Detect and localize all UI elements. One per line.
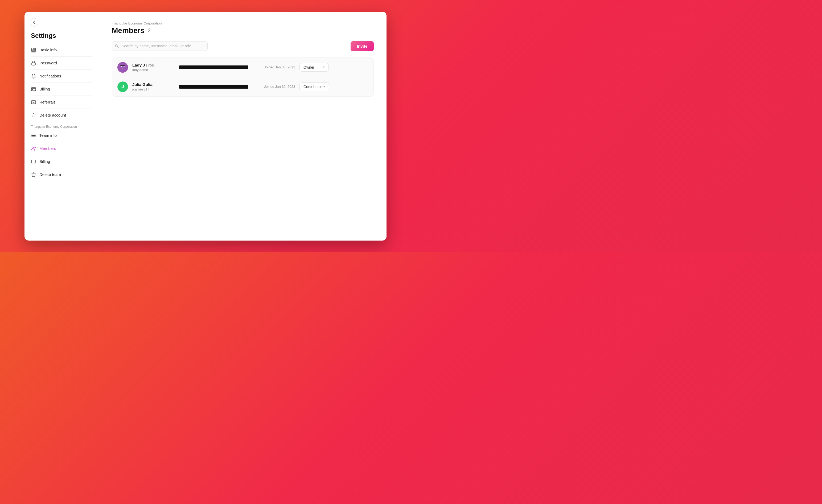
lock-icon	[31, 60, 36, 66]
svg-rect-6	[31, 87, 36, 91]
people-icon	[31, 146, 36, 151]
divider	[31, 82, 92, 83]
sidebar-item-org-billing[interactable]: Billing	[24, 156, 99, 167]
sidebar-label-delete-account: Delete account	[39, 113, 66, 117]
card-icon-org	[31, 159, 36, 164]
divider	[31, 56, 92, 57]
avatar	[117, 62, 128, 73]
member-role-button[interactable]: Contributor ▾	[300, 82, 329, 91]
svg-point-16	[123, 66, 124, 67]
search-icon	[115, 44, 119, 48]
member-role-label: Contributor	[304, 85, 322, 89]
chevron-down-icon: ▾	[323, 65, 325, 69]
member-info: Lady J (You) ladyjdemo	[132, 63, 175, 72]
sidebar: Settings Basic info	[24, 12, 99, 240]
sidebar-label-notifications: Notifications	[39, 74, 61, 78]
svg-point-17	[122, 68, 123, 68]
svg-point-10	[34, 147, 36, 148]
member-redacted-field	[179, 65, 248, 69]
trash-icon-org	[31, 172, 36, 177]
sidebar-item-notifications[interactable]: Notifications	[24, 71, 99, 81]
svg-rect-4	[31, 52, 36, 52]
sidebar-label-password: Password	[39, 61, 57, 65]
bars-icon	[31, 133, 36, 138]
back-button[interactable]	[30, 18, 38, 27]
sidebar-title: Settings	[24, 32, 99, 45]
member-name: Lady J (You)	[132, 63, 175, 67]
avatar: J	[117, 81, 128, 92]
sidebar-label-members: Members	[39, 146, 56, 151]
member-count: 2	[148, 27, 151, 34]
member-username: jcarnes317	[132, 87, 175, 91]
org-section-label: Triangular Economy Corporation	[24, 120, 99, 130]
svg-point-9	[32, 147, 34, 148]
member-joined: Joined Jan 30, 2023	[253, 85, 295, 89]
page-org-name: Triangular Economy Corporation	[112, 21, 374, 25]
member-info: Julia Gulia jcarnes317	[132, 82, 175, 91]
svg-point-15	[121, 66, 122, 67]
svg-rect-2	[34, 49, 36, 50]
card-icon	[31, 86, 36, 92]
member-joined: Joined Jan 30, 2023	[253, 65, 295, 69]
chevron-down-icon: ▾	[323, 85, 325, 88]
member-name: Julia Gulia	[132, 82, 175, 87]
sidebar-item-basic-info[interactable]: Basic info	[24, 45, 99, 55]
sidebar-label-org-billing: Billing	[39, 159, 50, 164]
you-tag: (You)	[146, 63, 155, 67]
page-header: Members 2	[112, 26, 374, 35]
divider	[31, 142, 92, 142]
svg-rect-3	[31, 50, 36, 51]
member-role-label: Owner	[304, 65, 314, 69]
svg-rect-8	[31, 101, 36, 104]
divider	[31, 155, 92, 155]
avatar-initial: J	[117, 81, 128, 92]
members-table: Lady J (You) ladyjdemo Joined Jan 30, 20…	[112, 57, 374, 97]
member-redacted-field	[179, 85, 248, 89]
divider	[31, 108, 92, 109]
svg-rect-5	[32, 63, 35, 65]
sidebar-label-team-info: Team info	[39, 133, 57, 137]
sidebar-item-password[interactable]: Password	[24, 58, 99, 68]
page-title: Members	[112, 26, 144, 35]
table-row: Lady J (You) ladyjdemo Joined Jan 30, 20…	[112, 58, 373, 77]
chevron-right-icon: ›	[91, 147, 92, 150]
sidebar-item-billing[interactable]: Billing	[24, 84, 99, 94]
mail-icon	[31, 99, 36, 105]
trash-icon	[31, 112, 36, 118]
avatar-image	[117, 62, 128, 73]
search-wrapper	[112, 41, 208, 51]
svg-rect-18	[120, 65, 125, 66]
main-content: Triangular Economy Corporation Members 2…	[99, 12, 387, 240]
svg-rect-11	[31, 160, 36, 163]
divider	[31, 69, 92, 70]
sidebar-item-members[interactable]: Members ›	[24, 143, 99, 154]
bell-icon	[31, 73, 36, 79]
divider	[31, 168, 92, 168]
member-username: ladyjdemo	[132, 68, 175, 72]
svg-rect-12	[32, 162, 33, 162]
svg-rect-0	[31, 48, 33, 50]
search-bar-container: Invite	[112, 41, 374, 51]
divider	[31, 95, 92, 96]
member-role-button[interactable]: Owner ▾	[300, 63, 329, 72]
svg-point-14	[117, 62, 128, 73]
sidebar-label-billing: Billing	[39, 87, 50, 91]
sidebar-label-basic-info: Basic info	[39, 48, 57, 52]
app-window: Settings Basic info	[24, 12, 387, 240]
sidebar-item-team-info[interactable]: Team info	[24, 130, 99, 141]
sidebar-item-delete-account[interactable]: Delete account	[24, 110, 99, 120]
search-input[interactable]	[112, 41, 208, 51]
svg-rect-7	[32, 89, 33, 90]
svg-rect-1	[34, 48, 36, 49]
sidebar-item-delete-team[interactable]: Delete team	[24, 169, 99, 180]
invite-button[interactable]: Invite	[351, 41, 374, 51]
layout-icon	[31, 47, 36, 53]
table-row: J Julia Gulia jcarnes317 Joined Jan 30, …	[112, 77, 373, 96]
sidebar-label-delete-team: Delete team	[39, 172, 61, 177]
sidebar-item-referrals[interactable]: Referrals	[24, 97, 99, 107]
sidebar-label-referrals: Referrals	[39, 100, 56, 104]
